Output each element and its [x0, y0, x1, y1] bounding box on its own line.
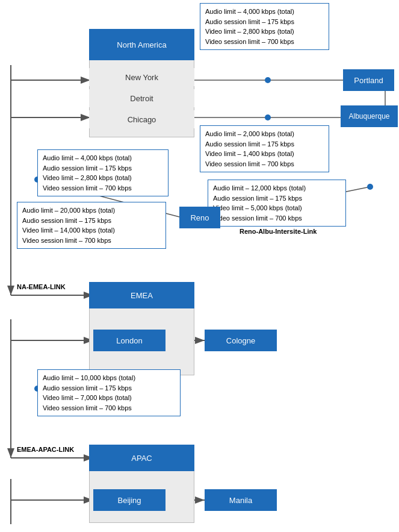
reno-box: Reno [179, 207, 220, 228]
albu-info-3: Video limit – 1,400 kbps (total) [205, 149, 324, 159]
info-box-emea-left: Audio limit – 10,000 kbps (total) Audio … [37, 369, 181, 416]
albu-info-4: Video session limit – 700 kbps [205, 159, 324, 169]
cologne-box: Cologne [205, 330, 277, 351]
london-box: London [93, 330, 165, 351]
beijing-box: Beijing [93, 489, 165, 511]
apac-header: APAC [89, 445, 194, 471]
reno-albu-link-label: Reno-Albu-Intersite-Link [240, 228, 317, 235]
chicago-label: Chicago [89, 110, 194, 128]
emea-apac-link-label: EMEA-APAC-LINK [17, 446, 74, 453]
svg-point-8 [265, 114, 271, 120]
albu-info-2: Audio session limit – 175 kbps [205, 139, 324, 149]
emea-header: EMEA [89, 282, 194, 308]
info-box-albu: Audio limit – 2,000 kbps (total) Audio s… [200, 125, 329, 172]
info-line-4: Video session limit – 700 kbps [205, 37, 324, 47]
info-line-2: Audio session limit – 175 kbps [205, 17, 324, 27]
na-emea-link-label: NA-EMEA-LINK [17, 283, 66, 290]
info-box-reno-right: Audio limit – 12,000 kbps (total) Audio … [208, 180, 346, 227]
portland-box: Portland [343, 69, 394, 91]
info-line-1: Audio limit – 4,000 kbps (total) [205, 7, 324, 17]
svg-point-14 [367, 184, 373, 190]
info-box-na-left-bottom: Audio limit – 20,000 kbps (total) Audio … [17, 202, 166, 249]
north-america-header: North America [89, 29, 194, 60]
albu-info-1: Audio limit – 2,000 kbps (total) [205, 129, 324, 139]
detroit-label: Detroit [89, 89, 194, 107]
albuquerque-box: Albuquerque [341, 105, 398, 127]
manila-box: Manila [205, 489, 277, 511]
info-box-na-left-mid: Audio limit – 4,000 kbps (total) Audio s… [37, 149, 169, 196]
new-york-label: New York [89, 68, 194, 86]
info-line-3: Video limit – 2,800 kbps (total) [205, 27, 324, 37]
network-diagram: Audio limit – 4,000 kbps (total) Audio s… [0, 0, 399, 532]
info-box-top-right: Audio limit – 4,000 kbps (total) Audio s… [200, 3, 329, 50]
svg-point-6 [265, 77, 271, 83]
